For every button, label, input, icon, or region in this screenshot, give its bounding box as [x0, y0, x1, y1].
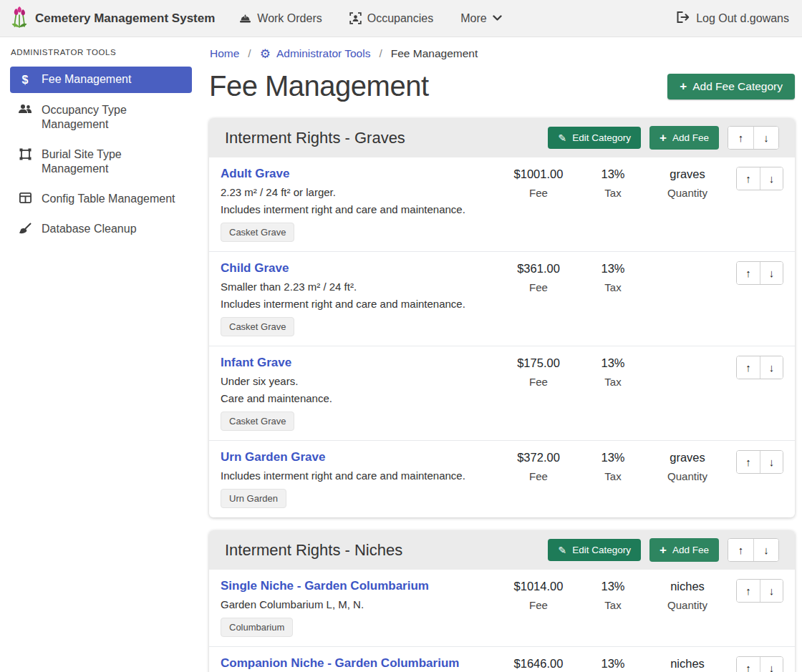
sidebar-item-config-table[interactable]: Config Table Management [10, 186, 192, 212]
sidebar-item-database-cleanup[interactable]: Database Cleanup [10, 216, 192, 242]
category-title: Interment Rights - Niches [225, 541, 402, 560]
fee-row: Urn Garden Grave Includes interment righ… [209, 441, 795, 517]
move-fee-down-button[interactable]: ↓ [760, 451, 783, 473]
fee-row: Single Niche - Garden Columbarium Garden… [209, 570, 795, 647]
chevron-down-icon [493, 15, 502, 21]
move-fee-up-button[interactable]: ↑ [737, 580, 760, 602]
fee-row: Adult Grave 2.23 m² / 24 ft² or larger. … [209, 157, 795, 252]
fee-amount: $1646.00 [501, 657, 576, 671]
sidebar-item-label: Fee Management [42, 72, 131, 87]
logout-button[interactable]: Log Out d.gowans [677, 11, 789, 26]
fee-reorder-group: ↑ ↓ [736, 579, 783, 603]
nav-occupancies-label: Occupancies [367, 12, 434, 25]
edit-category-button[interactable]: ✎ Edit Category [548, 127, 641, 149]
nav-occupancies[interactable]: Occupancies [349, 12, 434, 25]
sidebar-item-label: Occupancy Type Management [42, 103, 185, 132]
move-fee-up-button[interactable]: ↑ [737, 262, 760, 284]
breadcrumb-separator: / [379, 47, 382, 60]
move-category-up-button[interactable]: ↑ [728, 539, 753, 561]
tax-amount: 13% [576, 451, 650, 464]
edit-category-button[interactable]: ✎ Edit Category [548, 539, 641, 561]
fee-name-link[interactable]: Infant Grave [221, 356, 291, 370]
fee-amount: $372.00 [501, 451, 576, 464]
fee-reorder-group: ↑ ↓ [736, 356, 783, 379]
fee-name-link[interactable]: Adult Grave [221, 167, 289, 181]
fee-reorder-group: ↑ ↓ [736, 656, 783, 672]
tax-label: Tax [576, 281, 650, 293]
move-fee-up-button[interactable]: ↑ [737, 451, 760, 473]
dollar-icon: $ [17, 72, 33, 87]
move-fee-down-button[interactable]: ↓ [760, 356, 783, 379]
selection-frame-icon [17, 147, 33, 160]
fee-reorder-group: ↑ ↓ [736, 450, 783, 474]
breadcrumb-separator: / [248, 47, 251, 60]
sidebar-item-burial-site-type[interactable]: Burial Site Type Management [10, 142, 192, 182]
fee-name-link[interactable]: Single Niche - Garden Columbarium [221, 579, 429, 593]
pencil-icon: ✎ [558, 545, 566, 555]
move-category-up-button[interactable]: ↑ [728, 127, 753, 149]
plus-icon: + [680, 80, 687, 92]
category-reorder-group: ↑ ↓ [728, 538, 779, 562]
quantity-unit: niches [650, 580, 725, 593]
fee-note: Care and maintenance. [221, 392, 494, 404]
move-category-down-button[interactable]: ↓ [753, 127, 778, 149]
move-category-down-button[interactable]: ↓ [753, 539, 778, 561]
fee-note: Includes interment right and care and ma… [221, 203, 494, 215]
fee-type-badge: Casket Grave [221, 223, 294, 242]
tax-label: Tax [576, 599, 650, 611]
move-fee-down-button[interactable]: ↓ [760, 262, 783, 284]
fee-row: Child Grave Smaller than 2.23 m² / 24 ft… [209, 252, 795, 346]
move-fee-up-button[interactable]: ↑ [737, 167, 760, 190]
breadcrumb: Home / ⚙ Administrator Tools / Fee Manag… [210, 47, 795, 60]
add-fee-button[interactable]: + Add Fee [649, 126, 719, 150]
move-fee-down-button[interactable]: ↓ [760, 657, 783, 672]
fee-amount: $361.00 [501, 262, 576, 276]
add-fee-button[interactable]: + Add Fee [649, 538, 719, 562]
logout-label: Log Out d.gowans [696, 12, 789, 25]
fee-name-link[interactable]: Child Grave [221, 261, 289, 276]
fee-type-badge: Urn Garden [221, 489, 286, 508]
add-fee-category-button[interactable]: + Add Fee Category [667, 74, 795, 99]
fee-row: Companion Niche - Garden Columbarium Gar… [209, 647, 795, 672]
sidebar-item-fee-management[interactable]: $ Fee Management [10, 67, 192, 93]
sidebar-heading: ADMINISTRATOR TOOLS [11, 48, 192, 57]
fee-label: Fee [501, 470, 576, 482]
nav-work-orders-label: Work Orders [257, 12, 322, 25]
tax-amount: 13% [576, 356, 650, 370]
fee-name-link[interactable]: Companion Niche - Garden Columbarium [221, 656, 459, 671]
table-icon [17, 192, 33, 203]
tulip-logo-icon [10, 6, 29, 31]
people-icon [17, 103, 33, 115]
fee-note: Includes interment right and care and ma… [221, 298, 494, 310]
fee-description: Under six years. [221, 375, 494, 387]
fee-amount: $175.00 [501, 356, 576, 370]
tax-amount: 13% [576, 167, 650, 181]
quantity-unit: graves [650, 167, 725, 181]
person-frame-icon [349, 12, 362, 24]
fee-description: Garden Columbarium L, M, N. [221, 598, 494, 610]
category-header: Interment Rights - Graves ✎ Edit Categor… [209, 118, 795, 157]
nav-more[interactable]: More [460, 12, 501, 25]
tax-label: Tax [576, 187, 650, 199]
fee-label: Fee [501, 376, 576, 388]
move-fee-up-button[interactable]: ↑ [737, 356, 760, 379]
app-brand[interactable]: Cemetery Management System [10, 6, 215, 31]
breadcrumb-home[interactable]: Home [210, 47, 239, 60]
fee-description: Smaller than 2.23 m² / 24 ft². [221, 281, 494, 293]
move-fee-down-button[interactable]: ↓ [760, 580, 783, 602]
sidebar-item-label: Config Table Management [42, 192, 175, 206]
move-fee-up-button[interactable]: ↑ [737, 657, 760, 672]
fee-name-link[interactable]: Urn Garden Grave [221, 450, 325, 464]
fee-reorder-group: ↑ ↓ [736, 167, 783, 190]
plus-icon: + [660, 132, 667, 144]
breadcrumb-admin-tools[interactable]: ⚙ Administrator Tools [260, 47, 371, 60]
category-reorder-group: ↑ ↓ [728, 126, 779, 150]
quantity-unit: graves [650, 451, 725, 464]
fee-reorder-group: ↑ ↓ [736, 261, 783, 285]
sidebar-item-occupancy-type[interactable]: Occupancy Type Management [10, 97, 192, 137]
main-content: Home / ⚙ Administrator Tools / Fee Manag… [200, 37, 802, 672]
move-fee-down-button[interactable]: ↓ [760, 167, 783, 190]
nav-work-orders[interactable]: Work Orders [239, 12, 322, 25]
breadcrumb-current: Fee Management [391, 47, 478, 60]
admin-sidebar: ADMINISTRATOR TOOLS $ Fee Management Occ… [0, 37, 200, 246]
